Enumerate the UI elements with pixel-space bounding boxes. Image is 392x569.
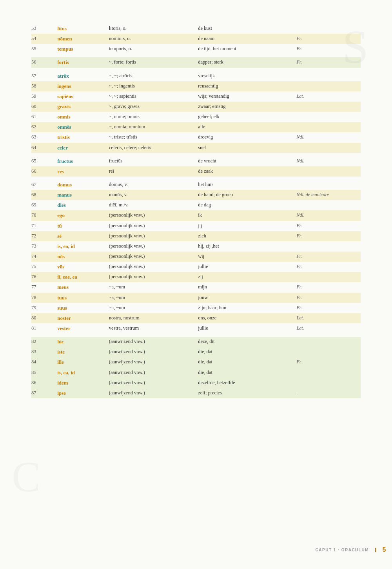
row-number: 54 <box>31 34 56 44</box>
table-row: 57atrōx~, ~; atrōcisvreselijk <box>31 71 361 81</box>
word-meaning: zelf; precies <box>196 388 295 398</box>
row-number: 66 <box>31 166 56 177</box>
word-form: celeris, celere; celeris <box>107 143 196 153</box>
word-note: Fr. <box>295 357 361 367</box>
table-row: 55tempustemporis, o.de tijd; het momentF… <box>31 44 361 54</box>
word-form: (persoonlijk vnw.) <box>107 252 196 262</box>
vocabulary-table: 53lītuslītoris, o.de kust54nōmennōminis,… <box>31 24 361 398</box>
table-row: 61omnis~, omne; omnisgeheel; elk <box>31 112 361 122</box>
table-row: 87ipse(aanwijzend vnw.)zelf; precies. <box>31 388 361 398</box>
word-form: reī <box>107 166 196 177</box>
word-note: Fr. <box>295 57 361 67</box>
word-meaning: wij <box>196 252 295 262</box>
word-meaning: geheel; elk <box>196 112 295 122</box>
table-row: 78tuus~a, ~umjouwFr. <box>31 293 361 303</box>
table-row: 58ingēns~, ~; ingentisreusachtig <box>31 81 361 91</box>
word-note: Fr. <box>295 282 361 292</box>
page-number: 5 <box>376 546 392 553</box>
word-note <box>295 102 361 112</box>
latin-word: nōs <box>56 252 107 262</box>
word-note: Fr. <box>295 262 361 272</box>
row-number: 53 <box>31 24 56 34</box>
word-note: Ndl. <box>295 210 361 221</box>
word-form: fructūs <box>107 156 196 166</box>
row-number: 83 <box>31 347 56 357</box>
table-row: 59sapiēns~, ~; sapientiswijs; verstandig… <box>31 91 361 102</box>
word-form: (aanwijzend vnw.) <box>107 368 196 378</box>
word-meaning: alle <box>196 122 295 132</box>
word-note: Fr. <box>295 44 361 54</box>
word-meaning: de tijd; het moment <box>196 44 295 54</box>
word-meaning: zwaar; ernstig <box>196 102 295 112</box>
row-number: 61 <box>31 112 56 122</box>
word-form: (persoonlijk vnw.) <box>107 262 196 272</box>
latin-word: noster <box>56 313 107 323</box>
table-row: 70ego(persoonlijk vnw.)ikNdl. <box>31 210 361 221</box>
word-meaning: de naam <box>196 34 295 44</box>
word-form: ~, grave; gravis <box>107 102 196 112</box>
word-meaning: jullie <box>196 323 295 334</box>
word-meaning: zij <box>196 272 295 282</box>
row-number: 60 <box>31 102 56 112</box>
word-note <box>295 180 361 190</box>
latin-word: omnis <box>56 112 107 122</box>
word-note <box>295 143 361 153</box>
word-meaning: ik <box>196 210 295 221</box>
word-form: lītoris, o. <box>107 24 196 34</box>
word-meaning: ons, onze <box>196 313 295 323</box>
latin-word: fructus <box>56 156 107 166</box>
word-note <box>295 241 361 252</box>
word-meaning: die, dat <box>196 357 295 367</box>
row-number: 62 <box>31 122 56 132</box>
word-note <box>295 122 361 132</box>
word-meaning: droevig <box>196 132 295 142</box>
table-row: 60gravis~, grave; graviszwaar; ernstig <box>31 102 361 112</box>
word-form: (aanwijzend vnw.) <box>107 337 196 347</box>
latin-word: tuus <box>56 293 107 303</box>
latin-word: vester <box>56 323 107 334</box>
row-number: 85 <box>31 368 56 378</box>
word-form: (persoonlijk vnw.) <box>107 231 196 241</box>
word-form: (persoonlijk vnw.) <box>107 210 196 221</box>
word-form: ~, omne; omnis <box>107 112 196 122</box>
spacer-row <box>31 153 361 156</box>
word-note <box>295 272 361 282</box>
row-number: 81 <box>31 323 56 334</box>
latin-word: rēs <box>56 166 107 177</box>
table-row: 75vōs(persoonlijk vnw.)jullieFr. <box>31 262 361 272</box>
latin-word: celer <box>56 143 107 153</box>
table-row: 64celerceleris, celere; celerissnel <box>31 143 361 153</box>
table-row: 84ille(aanwijzend vnw.)die, datFr. <box>31 357 361 367</box>
table-row: 76iī, eae, ea(persoonlijk vnw.)zij <box>31 272 361 282</box>
row-number: 79 <box>31 303 56 313</box>
word-note: Ndl. de manicure <box>295 190 361 200</box>
latin-word: idem <box>56 378 107 388</box>
latin-word: manus <box>56 190 107 200</box>
word-meaning: deze, dit <box>196 337 295 347</box>
word-note <box>295 71 361 81</box>
table-row: 63trīstis~, triste; trīstisdroevigNdl. <box>31 132 361 142</box>
word-note <box>295 200 361 210</box>
word-meaning: dezelfde, hetzelfde <box>196 378 295 388</box>
word-form: ~a, ~um <box>107 282 196 292</box>
table-row: 62omnēs~, omnia; omniumalle <box>31 122 361 132</box>
table-row: 71tū(persoonlijk vnw.)jijFr. <box>31 221 361 231</box>
word-note: Fr. <box>295 293 361 303</box>
word-form: vestra, vestrum <box>107 323 196 334</box>
table-row: 81vestervestra, vestrumjullieLat. <box>31 323 361 334</box>
table-row: 68manusmanūs, v.de hand; de groepNdl. de… <box>31 190 361 200</box>
word-note: Lat. <box>295 323 361 334</box>
word-note: Ndl. <box>295 156 361 166</box>
table-row: 67domusdomūs, v.het huis <box>31 180 361 190</box>
word-note <box>295 112 361 122</box>
word-meaning: het huis <box>196 180 295 190</box>
word-form: ~, omnia; omnium <box>107 122 196 132</box>
word-meaning: vreselijk <box>196 71 295 81</box>
word-form: domūs, v. <box>107 180 196 190</box>
table-row: 73is, ea, id(persoonlijk vnw.)hij, zij ,… <box>31 241 361 252</box>
word-form: temporis, o. <box>107 44 196 54</box>
word-meaning: mijn <box>196 282 295 292</box>
latin-word: is, ea, id <box>56 368 107 378</box>
word-note <box>295 24 361 34</box>
row-number: 70 <box>31 210 56 221</box>
